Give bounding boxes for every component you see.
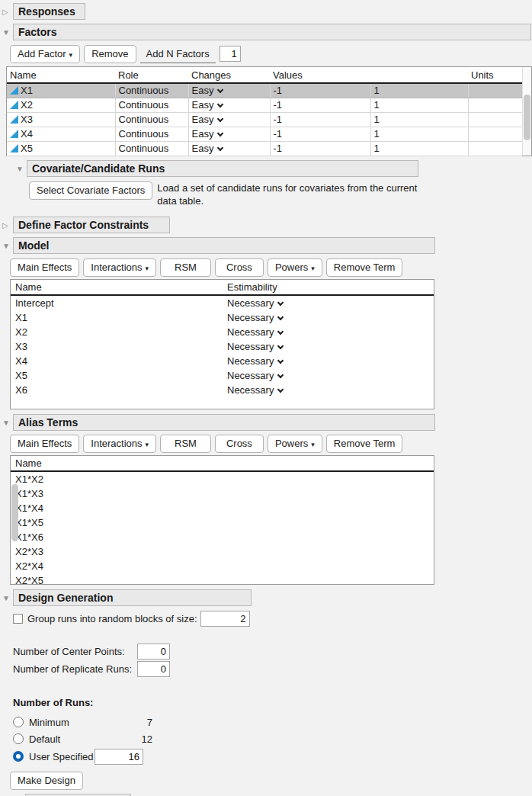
model-term-row[interactable]: X4 Necessary [11,354,434,368]
factor-row[interactable]: X4 Continuous Easy -1 1 [7,127,522,141]
menu-down-icon: ▾ [311,265,315,272]
rsm-button[interactable]: RSM [160,435,211,453]
expand-triangle-icon[interactable]: ▼ [0,238,13,254]
factor-low-value[interactable]: -1 [270,83,370,98]
cross-button[interactable]: Cross [215,435,264,453]
model-term-row[interactable]: X2 Necessary [11,325,434,339]
estimability-dropdown[interactable]: Necessary [227,354,429,368]
factors-scrollbar[interactable] [522,67,531,156]
alias-term-row[interactable]: X2*X5 [11,573,434,585]
factor-units[interactable] [468,112,522,127]
factor-row[interactable]: X5 Continuous Easy -1 1 [7,141,522,156]
factor-changes-dropdown[interactable]: Easy [188,98,270,112]
interactions-button[interactable]: Interactions▾ [83,435,156,453]
alias-title[interactable]: Alias Terms [13,414,435,431]
changes-value: Easy [192,85,214,96]
model-term-row[interactable]: X1 Necessary [11,310,434,325]
alias-term-row[interactable]: X1*X3 [11,486,434,501]
factor-high-value[interactable]: 1 [370,127,468,141]
group-blocks-input[interactable] [200,611,250,627]
factor-units[interactable] [468,141,522,156]
collapse-triangle-icon[interactable]: ▷ [0,217,13,233]
select-covariate-factors-button[interactable]: Select Covariate Factors [29,181,152,200]
group-blocks-checkbox[interactable] [13,614,23,624]
model-term-row[interactable]: X5 Necessary [11,368,434,383]
factor-changes-dropdown[interactable]: Easy [188,127,270,141]
alias-term-row[interactable]: X1*X4 [11,501,434,515]
add-n-factors-button[interactable]: Add N Factors [140,45,216,63]
factor-units[interactable] [468,127,522,141]
factor-row[interactable]: X1 Continuous Easy -1 1 [7,83,522,98]
estimability-dropdown[interactable]: Necessary [227,325,429,339]
user-specified-radio[interactable] [13,751,24,762]
remove-term-button[interactable]: Remove Term [326,435,403,453]
interactions-button[interactable]: Interactions▾ [83,258,156,277]
scrollbar-thumb[interactable] [524,95,530,140]
factor-units[interactable] [468,83,522,98]
alias-term-row[interactable]: X1*X5 [11,515,434,530]
model-term-row[interactable]: X6 Necessary [11,383,434,397]
expand-triangle-icon[interactable]: ▼ [0,590,13,606]
collapse-triangle-icon[interactable]: ▷ [0,4,13,20]
estimability-dropdown[interactable]: Necessary [227,310,429,325]
factor-row[interactable]: X2 Continuous Easy -1 1 [7,98,522,112]
factor-role: Continuous [115,127,188,141]
expand-triangle-icon[interactable]: ▼ [0,24,13,40]
center-points-input[interactable] [137,644,170,660]
factors-title[interactable]: Factors [13,24,531,40]
user-specified-input[interactable] [95,749,143,765]
estimability-dropdown[interactable]: Necessary [227,368,429,383]
factor-low-value[interactable]: -1 [270,141,370,156]
factor-changes-dropdown[interactable]: Easy [188,83,270,98]
cross-button[interactable]: Cross [215,258,264,277]
factor-high-value[interactable]: 1 [370,141,468,156]
alias-term-row[interactable]: X2*X4 [11,559,434,573]
design-generation-title[interactable]: Design Generation [13,589,252,606]
term-name: X1*X5 [15,515,43,530]
expand-triangle-icon[interactable]: ▼ [14,161,27,177]
model-term-row[interactable]: X3 Necessary [11,339,434,354]
make-design-button[interactable]: Make Design [10,772,83,790]
estimability-dropdown[interactable]: Necessary [227,339,429,354]
term-name: X2*X3 [15,544,43,559]
model-term-row[interactable]: Intercept Necessary [11,296,434,310]
minimum-radio[interactable] [13,717,24,727]
factor-row[interactable]: X3 Continuous Easy -1 1 [7,112,522,127]
expand-triangle-icon[interactable]: ▼ [0,415,13,431]
alias-term-row[interactable]: X1*X6 [11,530,434,544]
changes-value: Easy [192,114,214,125]
replicate-runs-input[interactable] [137,661,170,677]
factor-low-value[interactable]: -1 [270,127,370,141]
alias-term-row[interactable]: X1*X2 [11,472,434,486]
responses-title[interactable]: Responses [13,3,85,20]
col-values: Values [270,67,370,83]
add-factor-button[interactable]: Add Factor▾ [10,45,80,63]
powers-button[interactable]: Powers▾ [268,435,322,453]
alias-scrollbar-thumb[interactable] [11,484,18,541]
factor-low-value[interactable]: -1 [270,98,370,112]
chevron-down-icon [277,372,284,378]
main-effects-button[interactable]: Main Effects [10,435,79,453]
powers-button[interactable]: Powers▾ [268,258,322,277]
covariate-title[interactable]: Covariate/Candidate Runs [27,160,418,177]
default-radio[interactable] [13,733,24,744]
factor-units[interactable] [468,98,522,112]
main-effects-button[interactable]: Main Effects [10,258,79,277]
alias-term-row[interactable]: X2*X3 [11,544,434,559]
estimability-dropdown[interactable]: Necessary [227,383,429,397]
model-title[interactable]: Model [13,237,435,254]
remove-term-button[interactable]: Remove Term [326,258,403,277]
cross-label: Cross [226,438,252,449]
constraints-title[interactable]: Define Factor Constraints [13,217,170,233]
n-factors-input[interactable] [220,46,241,62]
factor-high-value[interactable]: 1 [370,83,468,98]
factor-changes-dropdown[interactable]: Easy [188,141,270,156]
remove-button[interactable]: Remove [84,45,136,63]
factor-high-value[interactable]: 1 [370,112,468,127]
factor-high-value[interactable]: 1 [370,98,468,112]
estimability-dropdown[interactable]: Necessary [227,296,429,310]
replicate-runs-label: Number of Replicate Runs: [13,663,137,675]
factor-low-value[interactable]: -1 [270,112,370,127]
factor-changes-dropdown[interactable]: Easy [188,112,270,127]
rsm-button[interactable]: RSM [160,258,211,277]
